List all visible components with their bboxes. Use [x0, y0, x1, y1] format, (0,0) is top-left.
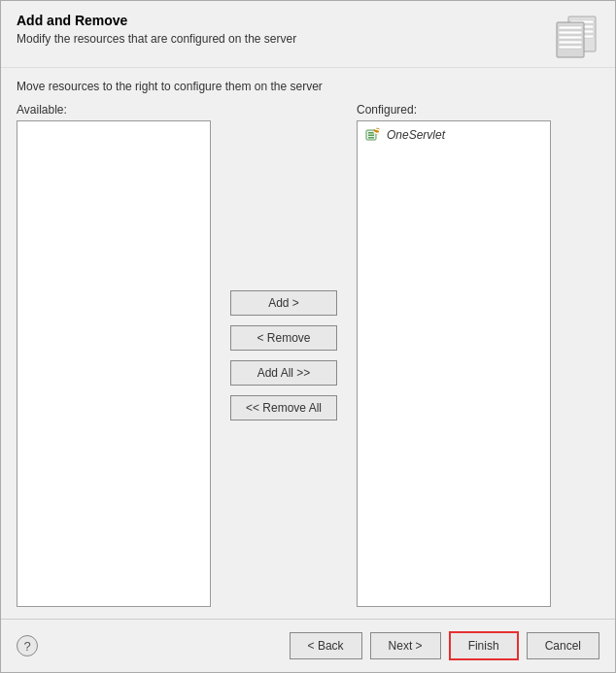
- next-button[interactable]: Next >: [370, 632, 441, 659]
- cancel-button[interactable]: Cancel: [527, 632, 599, 659]
- add-remove-dialog: Add and Remove Modify the resources that…: [0, 0, 616, 673]
- back-button[interactable]: < Back: [290, 632, 362, 659]
- help-button[interactable]: ?: [17, 635, 38, 656]
- header-text-area: Add and Remove Modify the resources that…: [17, 13, 541, 46]
- add-all-button[interactable]: Add All >>: [230, 360, 337, 386]
- dialog-title: Add and Remove: [17, 13, 541, 28]
- configured-list[interactable]: S OneServlet: [357, 120, 551, 607]
- dialog-content: Move resources to the right to configure…: [1, 68, 615, 619]
- svg-text:S: S: [373, 127, 381, 137]
- add-button[interactable]: Add >: [230, 290, 337, 316]
- svg-rect-9: [559, 41, 582, 44]
- remove-all-button[interactable]: << Remove All: [230, 395, 337, 421]
- svg-rect-6: [559, 26, 582, 29]
- server-icon: [553, 13, 599, 59]
- configured-label: Configured:: [357, 103, 599, 117]
- servlet-icon: S: [365, 127, 381, 143]
- available-label: Available:: [17, 103, 211, 117]
- configured-item-name: OneServlet: [387, 128, 445, 142]
- footer-left: ?: [17, 635, 38, 656]
- list-item: S OneServlet: [361, 125, 546, 145]
- instruction-text: Move resources to the right to configure…: [17, 80, 599, 93]
- svg-rect-10: [559, 46, 582, 49]
- dialog-subtitle: Modify the resources that are configured…: [17, 32, 541, 46]
- svg-rect-14: [368, 137, 374, 139]
- transfer-area: Available: Add > < Remove Add All >> << …: [17, 103, 599, 607]
- dialog-header: Add and Remove Modify the resources that…: [1, 1, 615, 68]
- svg-rect-8: [559, 36, 582, 39]
- available-list[interactable]: [17, 120, 211, 607]
- configured-section: Configured: S OneServlet: [357, 103, 599, 607]
- svg-rect-7: [559, 31, 582, 34]
- finish-button[interactable]: Finish: [449, 631, 519, 660]
- available-section: Available:: [17, 103, 211, 607]
- remove-button[interactable]: < Remove: [230, 325, 337, 351]
- dialog-footer: ? < Back Next > Finish Cancel: [1, 619, 615, 672]
- footer-right: < Back Next > Finish Cancel: [290, 631, 599, 660]
- transfer-buttons: Add > < Remove Add All >> << Remove All: [211, 103, 357, 607]
